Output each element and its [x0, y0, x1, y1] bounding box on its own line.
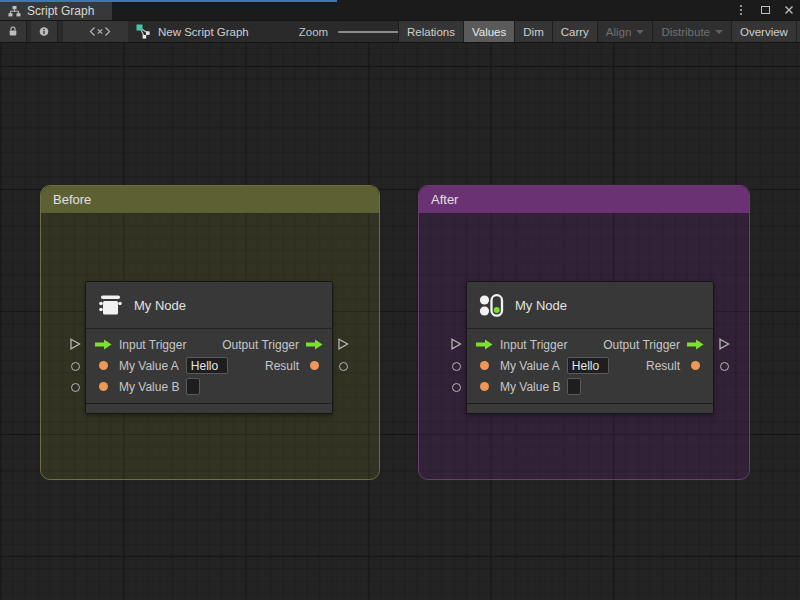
input-trigger-label: Input Trigger	[500, 338, 567, 352]
toggle-capsule-icon	[478, 292, 505, 319]
external-value-input-port[interactable]	[69, 360, 81, 372]
circle-port-icon	[71, 362, 80, 371]
external-value-input-port[interactable]	[69, 381, 81, 393]
port-row-triggers: Input Trigger Output Trigger	[467, 334, 713, 355]
relations-button[interactable]: Relations	[398, 21, 464, 42]
flow-arrow-icon[interactable]	[687, 339, 704, 350]
window-controls	[734, 0, 796, 20]
group-before-header[interactable]: Before	[41, 186, 379, 213]
toolbar-middle-group: New Script Graph Zoom 1x	[128, 21, 442, 42]
node-body: Input Trigger Output Trigger My Value A …	[467, 329, 713, 400]
carry-button[interactable]: Carry	[553, 21, 598, 42]
unity-window: Script Graph	[0, 0, 800, 600]
port-row-value-b: My Value B	[86, 376, 332, 397]
zoom-label: Zoom	[299, 26, 328, 38]
graph-canvas[interactable]: Before After	[0, 43, 800, 600]
node-header[interactable]: My Node	[86, 282, 332, 329]
external-flow-input-port[interactable]	[450, 338, 462, 350]
new-graph-icon	[136, 24, 151, 39]
node-my-node-after[interactable]: My Node Input Trigger Output Trigger	[466, 281, 714, 414]
close-button[interactable]	[782, 3, 796, 17]
circle-port-icon	[452, 362, 461, 371]
value-a-input[interactable]	[186, 357, 228, 374]
node-footer	[467, 403, 713, 413]
graph-hierarchy-icon	[8, 6, 21, 17]
port-row-value-a: My Value A Result	[467, 355, 713, 376]
info-icon	[39, 25, 49, 38]
flow-arrow-icon[interactable]	[95, 339, 112, 350]
value-a-input[interactable]	[567, 357, 609, 374]
values-button[interactable]: Values	[464, 21, 515, 42]
input-trigger-label: Input Trigger	[119, 338, 186, 352]
port-row-value-a: My Value A Result	[86, 355, 332, 376]
kebab-menu-icon	[740, 5, 742, 15]
lock-icon	[8, 25, 18, 38]
tab-title: Script Graph	[27, 4, 94, 18]
flow-arrow-icon[interactable]	[306, 339, 323, 350]
distribute-label: Distribute	[661, 26, 710, 38]
value-port-icon[interactable]	[306, 361, 323, 370]
chevron-down-icon	[715, 30, 723, 34]
value-port-icon[interactable]	[476, 361, 493, 370]
code-view-button[interactable]	[63, 21, 138, 42]
tab-script-graph[interactable]: Script Graph	[0, 2, 112, 20]
align-dropdown[interactable]: Align	[598, 21, 654, 42]
unit-box-icon	[97, 292, 124, 319]
triangle-port-icon	[450, 338, 462, 350]
dim-button[interactable]: Dim	[515, 21, 552, 42]
close-icon	[784, 5, 794, 15]
new-script-graph-label: New Script Graph	[158, 26, 249, 38]
external-value-input-port[interactable]	[450, 381, 462, 393]
port-row-value-b: My Value B	[467, 376, 713, 397]
output-trigger-label: Output Trigger	[222, 338, 299, 352]
external-flow-input-port[interactable]	[69, 338, 81, 350]
maximize-button[interactable]	[758, 3, 772, 17]
circle-port-icon	[71, 383, 80, 392]
triangle-port-icon	[69, 338, 81, 350]
lock-button[interactable]	[0, 21, 27, 42]
toolbar-right-group: Relations Values Dim Carry Align Distrib…	[398, 21, 800, 42]
new-script-graph-button[interactable]: New Script Graph	[128, 21, 257, 42]
value-a-label: My Value A	[119, 359, 179, 373]
maximize-icon	[761, 6, 770, 14]
value-b-input[interactable]	[567, 378, 581, 395]
external-flow-output-port[interactable]	[337, 338, 349, 350]
info-button[interactable]	[31, 21, 58, 42]
node-my-node-before[interactable]: My Node Input Trigger Output Trigger	[85, 281, 333, 414]
port-row-triggers: Input Trigger Output Trigger	[86, 334, 332, 355]
flow-arrow-icon[interactable]	[476, 339, 493, 350]
chevron-down-icon	[636, 30, 644, 34]
external-flow-output-port[interactable]	[718, 338, 730, 350]
external-value-input-port[interactable]	[450, 360, 462, 372]
result-label: Result	[646, 359, 680, 373]
tab-bar: Script Graph	[0, 0, 800, 20]
toolbar-left-group	[0, 21, 138, 42]
distribute-dropdown[interactable]: Distribute	[653, 21, 732, 42]
value-port-icon[interactable]	[95, 361, 112, 370]
circle-port-icon	[452, 383, 461, 392]
triangle-port-icon	[718, 338, 730, 350]
node-title: My Node	[515, 298, 567, 313]
group-after-header[interactable]: After	[419, 186, 749, 213]
output-trigger-label: Output Trigger	[603, 338, 680, 352]
value-b-label: My Value B	[119, 380, 179, 394]
value-b-input[interactable]	[186, 378, 200, 395]
node-footer	[86, 403, 332, 413]
value-b-label: My Value B	[500, 380, 560, 394]
value-port-icon[interactable]	[687, 361, 704, 370]
align-label: Align	[606, 26, 632, 38]
circle-port-icon	[720, 362, 729, 371]
value-port-icon[interactable]	[95, 382, 112, 391]
circle-port-icon	[339, 362, 348, 371]
node-title: My Node	[134, 298, 186, 313]
value-port-icon[interactable]	[476, 382, 493, 391]
window-menu-button[interactable]	[734, 3, 748, 17]
node-body: Input Trigger Output Trigger My Value A …	[86, 329, 332, 400]
overview-button[interactable]: Overview	[732, 21, 797, 42]
node-header[interactable]: My Node	[467, 282, 713, 329]
external-value-output-port[interactable]	[337, 360, 349, 372]
code-view-icon	[89, 26, 111, 37]
external-value-output-port[interactable]	[718, 360, 730, 372]
group-before-title: Before	[53, 192, 91, 207]
value-a-label: My Value A	[500, 359, 560, 373]
